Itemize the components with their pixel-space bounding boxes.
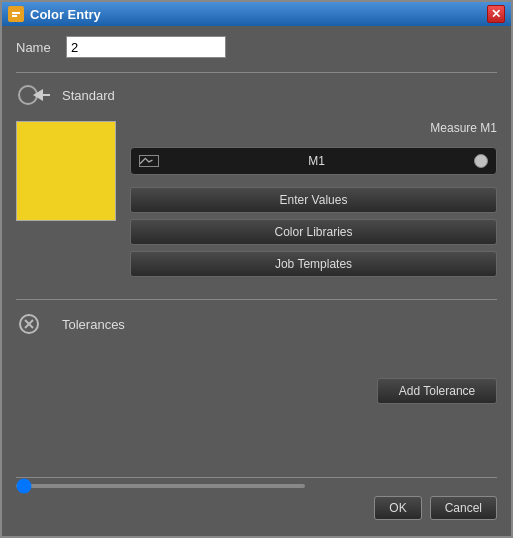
- color-swatch: [16, 121, 116, 221]
- footer-slider[interactable]: [16, 484, 305, 488]
- color-libraries-button[interactable]: Color Libraries: [130, 219, 497, 245]
- name-input[interactable]: [66, 36, 226, 58]
- title-bar: Color Entry ✕: [2, 2, 511, 26]
- bottom-section: OK Cancel: [16, 471, 497, 526]
- standard-row: Standard: [16, 83, 497, 107]
- middle-section: Measure M1 M1 Enter Values Color Librari…: [16, 121, 497, 277]
- ok-cancel-row: OK Cancel: [16, 496, 497, 526]
- main-window: Color Entry ✕ Name Standard: [0, 0, 513, 538]
- ok-button[interactable]: OK: [374, 496, 421, 520]
- svg-rect-2: [12, 15, 17, 17]
- content-area: Name Standard Measure M1: [2, 26, 511, 536]
- add-tolerance-row: Add Tolerance: [16, 378, 497, 404]
- cancel-button[interactable]: Cancel: [430, 496, 497, 520]
- tolerances-section: Tolerances: [16, 310, 497, 348]
- svg-marker-4: [33, 89, 43, 101]
- name-label: Name: [16, 40, 56, 55]
- enter-values-button[interactable]: Enter Values: [130, 187, 497, 213]
- footer-slider-row: [16, 484, 497, 488]
- job-templates-button[interactable]: Job Templates: [130, 251, 497, 277]
- measure-label: Measure M1: [130, 121, 497, 135]
- measure-bar-text: M1: [167, 154, 466, 168]
- divider-1: [16, 72, 497, 73]
- svg-rect-1: [12, 12, 20, 14]
- name-row: Name: [16, 36, 497, 58]
- window-icon: [8, 6, 24, 22]
- title-bar-left: Color Entry: [8, 6, 101, 22]
- tolerances-row: Tolerances: [16, 310, 497, 338]
- standard-label: Standard: [62, 88, 115, 103]
- tolerances-icon: [16, 310, 52, 338]
- tolerances-label: Tolerances: [62, 317, 125, 332]
- add-tolerance-button[interactable]: Add Tolerance: [377, 378, 497, 404]
- measure-bar-circle: [474, 154, 488, 168]
- measure-bar[interactable]: M1: [130, 147, 497, 175]
- close-button[interactable]: ✕: [487, 5, 505, 23]
- divider-2: [16, 299, 497, 300]
- window-title: Color Entry: [30, 7, 101, 22]
- action-buttons: Enter Values Color Libraries Job Templat…: [130, 187, 497, 277]
- measure-bar-icon: [139, 155, 159, 167]
- arrow-icon: [16, 83, 52, 107]
- measure-panel: Measure M1 M1 Enter Values Color Librari…: [130, 121, 497, 277]
